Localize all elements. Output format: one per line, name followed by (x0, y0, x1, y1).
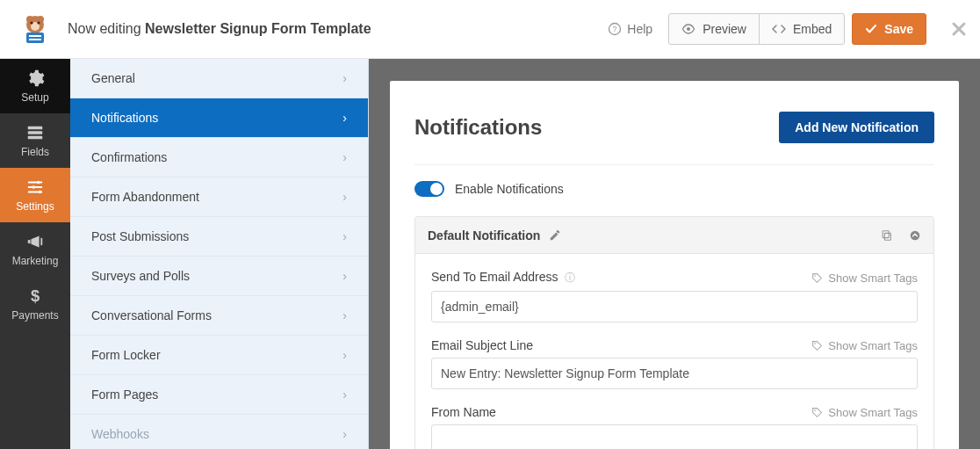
collapse-icon[interactable] (909, 229, 921, 242)
svg-text:$: $ (31, 286, 40, 305)
pencil-icon[interactable] (549, 229, 561, 242)
subnav-item-notifications[interactable]: Notifications › (70, 98, 368, 138)
svg-point-22 (815, 275, 817, 277)
smart-tags-label: Show Smart Tags (828, 339, 918, 352)
chevron-right-icon: › (342, 269, 347, 283)
svg-point-11 (687, 27, 690, 31)
chevron-right-icon: › (342, 308, 347, 322)
content-card: Notifications Add New Notification Enabl… (390, 81, 959, 449)
help-tooltip-icon[interactable]: ⓘ (561, 272, 574, 284)
tag-icon (811, 340, 823, 351)
close-button[interactable] (951, 21, 967, 37)
send-to-row: Send To Email Address ⓘ Show Smart Tags (431, 270, 918, 322)
page-title: Now editing Newsletter Signup Form Templ… (57, 21, 371, 37)
svg-point-16 (32, 185, 35, 189)
bear-logo-icon (18, 11, 53, 47)
gear-icon (25, 69, 45, 88)
help-label: Help (627, 22, 652, 36)
copy-icon[interactable] (881, 229, 893, 242)
subnav-item-form-locker[interactable]: Form Locker › (70, 336, 368, 375)
show-smart-tags-link[interactable]: Show Smart Tags (811, 339, 918, 352)
subnav-item-form-abandonment[interactable]: Form Abandonment › (70, 177, 368, 217)
rail-label: Marketing (12, 255, 59, 267)
chevron-right-icon: › (342, 71, 347, 85)
rail-item-fields[interactable]: Fields (0, 113, 70, 168)
chevron-right-icon: › (342, 190, 347, 204)
rail-item-payments[interactable]: $ Payments (0, 277, 70, 331)
svg-rect-7 (29, 35, 41, 37)
rail-label: Setup (21, 91, 48, 104)
eye-icon (681, 22, 695, 36)
svg-point-5 (37, 21, 40, 24)
tag-icon (811, 407, 823, 418)
enable-notifications-label: Enable Notifications (455, 182, 564, 196)
rail-item-setup[interactable]: Setup (0, 59, 70, 113)
now-editing-prefix: Now editing (68, 21, 145, 36)
icon-rail: Setup Fields Settings Marketing $ Paymen… (0, 59, 70, 449)
rail-label: Payments (11, 309, 58, 322)
smart-tags-label: Show Smart Tags (828, 272, 918, 285)
send-to-input[interactable] (431, 291, 918, 322)
add-new-notification-button[interactable]: Add New Notification (779, 112, 934, 143)
subnav-item-conversational-forms[interactable]: Conversational Forms › (70, 296, 368, 336)
content-header: Notifications Add New Notification (414, 112, 934, 165)
svg-rect-20 (883, 230, 889, 237)
top-actions: ? Help Preview Embed (599, 13, 967, 45)
rail-item-settings[interactable]: Settings (0, 168, 70, 222)
subnav-label: Confirmations (91, 150, 167, 164)
from-name-input[interactable] (431, 424, 918, 449)
subnav-item-form-pages[interactable]: Form Pages › (70, 375, 368, 415)
show-smart-tags-link[interactable]: Show Smart Tags (811, 272, 918, 285)
save-button[interactable]: Save (852, 13, 926, 45)
bullhorn-icon (25, 232, 45, 251)
check-icon (865, 23, 877, 35)
svg-text:?: ? (613, 25, 617, 33)
from-name-row: From Name Show Smart Tags (431, 405, 918, 449)
chevron-right-icon: › (342, 427, 347, 441)
send-to-label: Send To Email Address (431, 270, 558, 284)
subnav-label: Form Abandonment (91, 190, 199, 204)
rail-item-marketing[interactable]: Marketing (0, 222, 70, 277)
subnav-item-post-submissions[interactable]: Post Submissions › (70, 217, 368, 257)
svg-rect-13 (28, 131, 43, 134)
save-label: Save (884, 22, 913, 36)
svg-rect-8 (29, 39, 41, 40)
subnav-label: Form Pages (91, 387, 158, 402)
enable-notifications-row: Enable Notifications (414, 181, 934, 197)
form-name: Newsletter Signup Form Template (145, 21, 371, 36)
subnav-label: General (91, 71, 135, 85)
subnav-label: Notifications (91, 111, 158, 125)
tag-icon (811, 272, 823, 284)
subnav-item-webhooks[interactable]: Webhooks › (70, 415, 368, 449)
rail-label: Fields (21, 146, 49, 158)
app-logo (13, 11, 57, 47)
svg-rect-6 (26, 33, 44, 43)
settings-subnav: General › Notifications › Confirmations … (70, 59, 369, 449)
enable-notifications-toggle[interactable] (414, 181, 444, 197)
subnav-label: Conversational Forms (91, 308, 212, 322)
embed-button[interactable]: Embed (759, 13, 845, 45)
svg-point-21 (911, 230, 920, 240)
preview-embed-group: Preview Embed (668, 13, 845, 45)
panel-header: Default Notification (415, 217, 933, 254)
preview-button[interactable]: Preview (668, 13, 760, 45)
default-notification-panel: Default Notification (414, 216, 934, 449)
code-icon (772, 22, 786, 36)
help-link[interactable]: ? Help (599, 22, 661, 36)
chevron-right-icon: › (342, 150, 347, 164)
subnav-label: Surveys and Polls (91, 269, 190, 283)
help-icon: ? (608, 22, 622, 36)
chevron-right-icon: › (342, 348, 347, 362)
show-smart-tags-link[interactable]: Show Smart Tags (811, 406, 918, 419)
subnav-item-surveys-and-polls[interactable]: Surveys and Polls › (70, 257, 368, 296)
chevron-right-icon: › (342, 229, 347, 243)
panel-title: Default Notification (428, 228, 540, 243)
subnav-label: Webhooks (91, 427, 149, 441)
subnav-item-confirmations[interactable]: Confirmations › (70, 138, 368, 177)
svg-point-15 (37, 181, 40, 185)
content-area: Notifications Add New Notification Enabl… (369, 59, 980, 449)
subject-input[interactable] (431, 358, 918, 389)
subnav-item-general[interactable]: General › (70, 59, 368, 98)
content-title: Notifications (414, 115, 542, 140)
subnav-label: Post Submissions (91, 229, 189, 243)
